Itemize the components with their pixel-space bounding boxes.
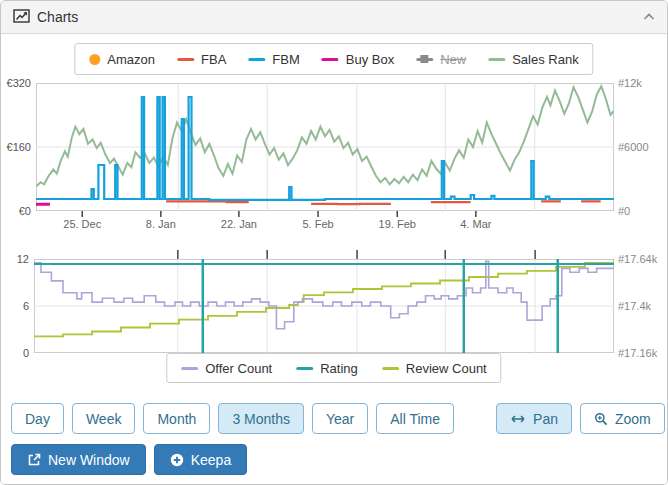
- review-axis-tick-label: #17.64k: [618, 254, 657, 265]
- plus-circle-icon: [170, 453, 184, 467]
- review-axis-tick-label: #17.4k: [618, 301, 651, 312]
- offer-axis-tick-label: 6: [1, 301, 29, 312]
- button-label: Keepa: [191, 452, 231, 468]
- legend-top-amazon[interactable]: Amazon: [89, 52, 155, 67]
- range-button-week[interactable]: Week: [72, 403, 136, 434]
- panel-header: Charts: [1, 1, 667, 34]
- legend-top-new[interactable]: New: [416, 52, 466, 67]
- rank-axis-tick-label: #0: [618, 206, 630, 217]
- price-axis-tick-label: €0: [1, 206, 31, 217]
- fba-marker-icon: [177, 58, 194, 61]
- legend-label: New: [440, 52, 466, 67]
- price-axis-tick-label: €160: [1, 142, 31, 153]
- range-button-month[interactable]: Month: [143, 403, 210, 434]
- legend-bottom-review-count[interactable]: Review Count: [382, 361, 487, 376]
- actions-toolbar: New WindowKeepa: [11, 444, 247, 475]
- legend-top-fbm[interactable]: FBM: [248, 52, 299, 67]
- legend-bottom-rating[interactable]: Rating: [296, 361, 358, 376]
- series-review-count: [34, 259, 614, 336]
- offer-count-marker-icon: [181, 367, 198, 370]
- toolbar-spacer: [462, 403, 488, 434]
- legend-label: Sales Rank: [512, 52, 578, 67]
- legend-top-buy-box[interactable]: Buy Box: [322, 52, 394, 67]
- series-sales-rank: [36, 86, 614, 186]
- rank-axis-tick-label: #6000: [618, 142, 649, 153]
- action-button-keepa[interactable]: Keepa: [154, 444, 247, 475]
- series-fba: [166, 201, 601, 204]
- legend-label: Review Count: [406, 361, 487, 376]
- legend-top-sales-rank[interactable]: Sales Rank: [488, 52, 578, 67]
- amazon-marker-icon: [89, 54, 100, 65]
- rating-marker-icon: [296, 367, 313, 370]
- price-legend: AmazonFBAFBMBuy BoxNewSales Rank: [74, 43, 593, 75]
- date-tick-label: 25. Dec: [63, 218, 101, 230]
- action-button-new-window[interactable]: New Window: [11, 444, 146, 475]
- date-tick-label: 5. Feb: [302, 218, 333, 230]
- legend-label: Rating: [320, 361, 358, 376]
- legend-bottom-offer-count[interactable]: Offer Count: [181, 361, 272, 376]
- rank-axis-tick-label: #12k: [618, 78, 642, 89]
- offer-rating-review-chart[interactable]: [34, 248, 614, 353]
- review-axis-tick-label: #17.16k: [618, 348, 657, 359]
- buy-box-marker-icon: [322, 58, 339, 61]
- legend-label: FBM: [272, 52, 299, 67]
- sales-rank-marker-icon: [488, 58, 505, 61]
- range-button-year[interactable]: Year: [312, 403, 368, 434]
- external-link-icon: [27, 453, 41, 467]
- range-button-all-time[interactable]: All Time: [376, 403, 454, 434]
- range-toolbar: DayWeekMonth3 MonthsYearAll TimePanZoom: [11, 403, 665, 434]
- legend-top-fba[interactable]: FBA: [177, 52, 226, 67]
- price-axis-tick-label: €320: [1, 78, 31, 89]
- button-label: Zoom: [615, 411, 651, 427]
- panel-title: Charts: [37, 9, 78, 25]
- date-tick-label: 8. Jan: [146, 218, 176, 230]
- chevron-up-icon[interactable]: [643, 13, 655, 21]
- offer-axis-tick-label: 12: [1, 254, 29, 265]
- legend-label: Amazon: [107, 52, 155, 67]
- magnifier-zoom-icon: [594, 412, 608, 426]
- button-label: New Window: [48, 452, 130, 468]
- charts-panel: Charts AmazonFBAFBMBuy BoxNewSales Rank …: [0, 0, 668, 485]
- date-tick-label: 4. Mar: [460, 218, 491, 230]
- offer-axis-tick-label: 0: [1, 348, 29, 359]
- button-label: Pan: [533, 411, 558, 427]
- new-marker-icon: [416, 58, 433, 61]
- legend-label: FBA: [201, 52, 226, 67]
- pan-arrows-icon: [510, 413, 526, 425]
- date-tick-label: 22. Jan: [221, 218, 257, 230]
- price-sales-rank-chart[interactable]: [36, 83, 614, 217]
- mode-button-pan[interactable]: Pan: [496, 403, 572, 434]
- review-count-marker-icon: [382, 367, 399, 370]
- mode-button-zoom[interactable]: Zoom: [580, 403, 665, 434]
- fbm-marker-icon: [248, 58, 265, 61]
- offer-legend: Offer CountRatingReview Count: [166, 353, 501, 383]
- legend-label: Buy Box: [346, 52, 394, 67]
- legend-label: Offer Count: [205, 361, 272, 376]
- panel-body: AmazonFBAFBMBuy BoxNewSales Rank €320€16…: [1, 34, 667, 485]
- range-button-3-months[interactable]: 3 Months: [218, 403, 304, 434]
- chart-line-icon: [13, 9, 30, 26]
- date-tick-label: 19. Feb: [379, 218, 416, 230]
- series-fbm: [36, 97, 614, 200]
- range-button-day[interactable]: Day: [11, 403, 64, 434]
